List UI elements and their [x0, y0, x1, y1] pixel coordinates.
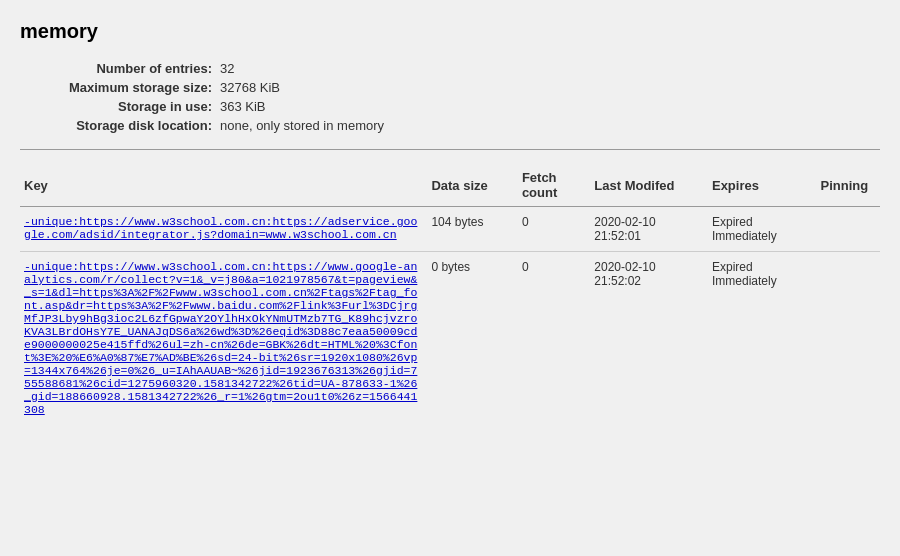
disk-location-label: Storage disk location: [20, 118, 220, 133]
fetch-count-cell: 0 [518, 207, 590, 252]
disk-location-row: Storage disk location: none, only stored… [20, 118, 880, 133]
col-header-lastmodified: Last Modifed [590, 164, 708, 207]
storage-in-use-label: Storage in use: [20, 99, 220, 114]
col-header-pinning: Pinning [817, 164, 880, 207]
key-link[interactable]: -unique:https://www.w3school.com.cn:http… [24, 215, 417, 241]
col-header-fetchcount: Fetch count [518, 164, 590, 207]
data-size-cell: 0 bytes [427, 252, 518, 425]
last-modified-cell: 2020-02-1021:52:01 [590, 207, 708, 252]
max-storage-label: Maximum storage size: [20, 80, 220, 95]
key-link[interactable]: -unique:https://www.w3school.com.cn:http… [24, 260, 417, 416]
col-header-datasize: Data size [427, 164, 518, 207]
pinning-cell [817, 207, 880, 252]
max-storage-value: 32768 KiB [220, 80, 280, 95]
last-modified-cell: 2020-02-1021:52:02 [590, 252, 708, 425]
table-row: -unique:https://www.w3school.com.cn:http… [20, 207, 880, 252]
cache-table: Key Data size Fetch count Last Modifed E… [20, 164, 880, 424]
table-row: -unique:https://www.w3school.com.cn:http… [20, 252, 880, 425]
col-header-expires: Expires [708, 164, 817, 207]
entries-value: 32 [220, 61, 234, 76]
entries-row: Number of entries: 32 [20, 61, 880, 76]
pinning-cell [817, 252, 880, 425]
section-divider [20, 149, 880, 150]
expires-cell: Expired Immediately [708, 207, 817, 252]
table-header-row: Key Data size Fetch count Last Modifed E… [20, 164, 880, 207]
col-header-key: Key [20, 164, 427, 207]
fetch-count-cell: 0 [518, 252, 590, 425]
page-title: memory [20, 20, 880, 43]
expires-cell: Expired Immediately [708, 252, 817, 425]
storage-in-use-row: Storage in use: 363 KiB [20, 99, 880, 114]
storage-in-use-value: 363 KiB [220, 99, 266, 114]
max-storage-row: Maximum storage size: 32768 KiB [20, 80, 880, 95]
disk-location-value: none, only stored in memory [220, 118, 384, 133]
key-cell[interactable]: -unique:https://www.w3school.com.cn:http… [20, 252, 427, 425]
key-cell[interactable]: -unique:https://www.w3school.com.cn:http… [20, 207, 427, 252]
page-container: memory Number of entries: 32 Maximum sto… [0, 0, 900, 444]
entries-label: Number of entries: [20, 61, 220, 76]
data-size-cell: 104 bytes [427, 207, 518, 252]
info-section: Number of entries: 32 Maximum storage si… [20, 61, 880, 133]
cache-table-container: Key Data size Fetch count Last Modifed E… [20, 164, 880, 424]
